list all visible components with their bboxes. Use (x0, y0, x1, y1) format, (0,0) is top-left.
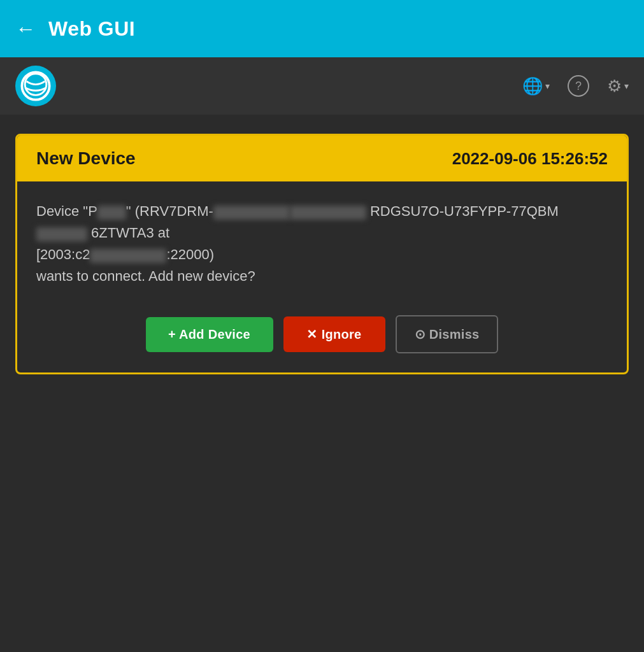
notification-title: New Device (36, 148, 136, 169)
device-description: Device "P " (RRV7DRM- RDGSU7O-U73FYPP-77… (36, 201, 608, 287)
dismiss-button[interactable]: ⊙ Dismiss (396, 315, 499, 353)
gear-icon: ⚙ (607, 76, 622, 96)
gear-caret-icon: ▾ (624, 81, 629, 91)
app-logo (15, 66, 56, 106)
notification-actions: + Add Device ✕ Ignore ⊙ Dismiss (17, 308, 627, 372)
settings-button[interactable]: ⚙ ▾ (607, 76, 629, 96)
notification-header: New Device 2022-09-06 15:26:52 (17, 136, 627, 181)
language-button[interactable]: 🌐 ▾ (522, 76, 550, 96)
app-bar: ← Web GUI (0, 0, 644, 57)
app-title: Web GUI (48, 17, 135, 41)
globe-icon: 🌐 (522, 76, 543, 96)
blurred-ip (90, 249, 166, 263)
add-device-button[interactable]: + Add Device (146, 317, 273, 352)
blurred-name (97, 206, 126, 220)
subheader-actions: 🌐 ▾ ? ⚙ ▾ (522, 75, 629, 97)
blurred-id-2 (290, 206, 366, 220)
notification-body: Device "P " (RRV7DRM- RDGSU7O-U73FYPP-77… (17, 181, 627, 308)
main-content: New Device 2022-09-06 15:26:52 Device "P… (0, 115, 644, 393)
notification-card: New Device 2022-09-06 15:26:52 Device "P… (15, 134, 629, 374)
help-button[interactable]: ? (568, 75, 589, 97)
blurred-id-3 (36, 227, 87, 241)
blurred-id-1 (213, 206, 290, 220)
ignore-button[interactable]: ✕ Ignore (283, 316, 385, 352)
subheader: 🌐 ▾ ? ⚙ ▾ (0, 57, 644, 115)
notification-timestamp: 2022-09-06 15:26:52 (452, 149, 608, 169)
help-icon: ? (568, 75, 589, 97)
globe-caret-icon: ▾ (545, 81, 550, 91)
back-button[interactable]: ← (15, 18, 36, 39)
